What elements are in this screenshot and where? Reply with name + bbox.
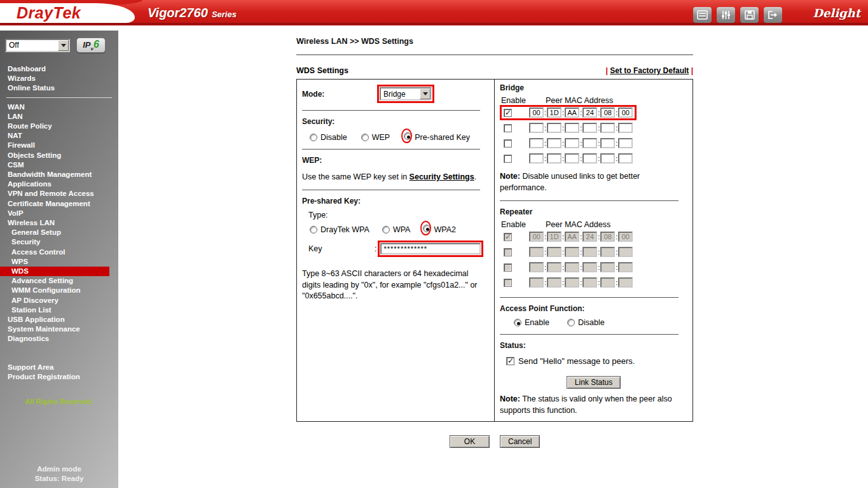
- set-to-factory-default-link[interactable]: Set to Factory Default: [610, 66, 689, 75]
- toolbar-save-button[interactable]: [740, 7, 759, 23]
- radio-wpa2[interactable]: [423, 225, 431, 232]
- sidebar-item-vpn-remote-access[interactable]: VPN and Remote Access: [0, 189, 118, 199]
- sidebar-item-route-policy[interactable]: Route Policy: [0, 122, 118, 131]
- psk-wpa-option[interactable]: WPA: [382, 225, 411, 234]
- ipv6-button[interactable]: IPv6: [76, 38, 106, 53]
- sidebar-item-general-setup[interactable]: General Setup: [0, 228, 118, 237]
- radio-draytek-wpa[interactable]: [310, 226, 317, 234]
- mac-octet-input[interactable]: [618, 153, 633, 164]
- mac-octet-input[interactable]: [529, 138, 544, 148]
- psk-key-input[interactable]: [380, 243, 481, 254]
- psk-draytek-wpa-option[interactable]: DrayTek WPA: [310, 225, 369, 234]
- sidebar-item-advanced-setting[interactable]: Advanced Setting: [0, 276, 118, 286]
- dropdown-arrow-icon[interactable]: [58, 40, 69, 51]
- mac-octet-input[interactable]: [600, 138, 615, 148]
- mac-octet-input[interactable]: [582, 108, 597, 118]
- sidebar-item-certificate-management[interactable]: Certificate Management: [0, 199, 118, 209]
- sidebar-item-product-registration[interactable]: Product Registration: [0, 372, 118, 382]
- sidebar-item-firewall[interactable]: Firewall: [0, 141, 118, 150]
- sidebar-item-wizards[interactable]: Wizards: [0, 74, 118, 83]
- sidebar-item-station-list[interactable]: Station List: [0, 305, 118, 315]
- sidebar-item-dashboard[interactable]: Dashboard: [0, 64, 118, 74]
- mac-octet-input[interactable]: [565, 108, 579, 118]
- mac-octet-input[interactable]: [529, 108, 544, 118]
- sidebar-item-online-status[interactable]: Online Status: [0, 83, 118, 93]
- send-hello-checkbox[interactable]: [506, 357, 514, 365]
- mac-octet-input: [600, 262, 615, 272]
- sidebar-item-voip[interactable]: VoIP: [0, 209, 118, 218]
- mac-octet-input[interactable]: [529, 153, 544, 164]
- mac-octet-input: [547, 277, 561, 288]
- mac-octet-input[interactable]: [600, 153, 615, 164]
- sidebar-item-system-maintenance[interactable]: System Maintenance: [0, 324, 118, 334]
- sidebar-item-nat[interactable]: NAT: [0, 131, 118, 141]
- mac-octet-input[interactable]: [547, 138, 561, 148]
- mode-select[interactable]: Bridge: [380, 87, 432, 101]
- model-series: Series: [212, 10, 237, 19]
- mac-octet-input[interactable]: [618, 123, 633, 133]
- link-status-button[interactable]: Link Status: [567, 376, 621, 389]
- cancel-button[interactable]: Cancel: [500, 435, 540, 448]
- security-preshared-option[interactable]: Pre-shared Key: [404, 132, 470, 142]
- sidebar-item-csm[interactable]: CSM: [0, 160, 118, 170]
- panel-icon: [697, 10, 708, 20]
- toolbar-panel-button[interactable]: [693, 7, 712, 23]
- sidebar-item-wmm-configuration[interactable]: WMM Configuration: [0, 286, 118, 295]
- security-settings-link[interactable]: Security Settings: [410, 172, 474, 181]
- toolbar-sliders-button[interactable]: [717, 7, 735, 23]
- mac-octet-input[interactable]: [582, 153, 597, 164]
- section-divider: [302, 190, 480, 190]
- mac-octet-input[interactable]: [547, 108, 561, 118]
- bridge-row: :::::: [500, 136, 687, 151]
- sidebar-item-objects-setting[interactable]: Objects Setting: [0, 151, 118, 160]
- sidebar-item-bandwidth-management[interactable]: Bandwidth Management: [0, 170, 118, 179]
- bridge-enable-checkbox[interactable]: [504, 109, 512, 117]
- radio-preshared-key[interactable]: [404, 132, 411, 140]
- sidebar-item-wds[interactable]: WDS: [0, 267, 109, 276]
- apf-disable-option[interactable]: Disable: [567, 318, 605, 327]
- mac-octet-input[interactable]: [547, 153, 561, 164]
- mac-octet-input[interactable]: [547, 123, 561, 133]
- radio-label: Disable: [320, 133, 347, 142]
- sidebar-item-ap-discovery[interactable]: AP Discovery: [0, 296, 118, 305]
- sidebar-item-lan[interactable]: LAN: [0, 112, 118, 122]
- sidebar-item-applications[interactable]: Applications: [0, 179, 118, 189]
- dropdown-arrow-icon[interactable]: [420, 88, 431, 99]
- mac-octet-input[interactable]: [529, 123, 544, 133]
- radio-disable[interactable]: [310, 134, 317, 141]
- send-hello-label: Send "Hello" message to peers.: [518, 356, 635, 366]
- sidebar-item-usb-application[interactable]: USB Application: [0, 315, 118, 324]
- sidebar-item-support-area[interactable]: Support Area: [0, 363, 118, 372]
- ok-button[interactable]: OK: [450, 435, 490, 448]
- mac-octet-input[interactable]: [582, 123, 597, 133]
- mac-octet-input[interactable]: [565, 138, 579, 148]
- mac-octet-input[interactable]: [565, 153, 579, 164]
- mac-octet-input[interactable]: [582, 138, 597, 148]
- mac-octet-input[interactable]: [565, 123, 579, 133]
- security-disable-option[interactable]: Disable: [310, 133, 347, 142]
- sidebar-item-wps[interactable]: WPS: [0, 257, 118, 267]
- sidebar-item-diagnostics[interactable]: Diagnostics: [0, 334, 118, 344]
- sidebar-item-access-control[interactable]: Access Control: [0, 247, 118, 257]
- radio-apf-disable[interactable]: [567, 319, 575, 326]
- mac-octet-input[interactable]: [618, 108, 633, 118]
- toolbar-logout-button[interactable]: [764, 7, 782, 23]
- sidebar-menu: Dashboard Wizards Online Status WAN LAN …: [0, 64, 118, 382]
- sidebar-item-wireless-lan[interactable]: Wireless LAN: [0, 218, 118, 228]
- bridge-enable-checkbox[interactable]: [504, 139, 512, 148]
- display-mode-select[interactable]: Off: [5, 39, 70, 52]
- radio-wep[interactable]: [361, 134, 369, 141]
- mac-octet-input[interactable]: [600, 108, 615, 118]
- mac-octet-input[interactable]: [618, 138, 633, 148]
- mac-octet-input: [565, 247, 579, 257]
- mac-octet-input[interactable]: [600, 123, 615, 133]
- radio-apf-enable[interactable]: [514, 319, 521, 326]
- sidebar-item-wan[interactable]: WAN: [0, 102, 118, 112]
- bridge-enable-checkbox[interactable]: [504, 155, 512, 163]
- radio-wpa[interactable]: [382, 226, 390, 234]
- bridge-enable-checkbox[interactable]: [504, 124, 512, 132]
- apf-enable-option[interactable]: Enable: [514, 318, 549, 327]
- psk-wpa2-option[interactable]: WPA2: [423, 225, 456, 234]
- sidebar-item-security[interactable]: Security: [0, 237, 118, 247]
- security-wep-option[interactable]: WEP: [361, 133, 390, 142]
